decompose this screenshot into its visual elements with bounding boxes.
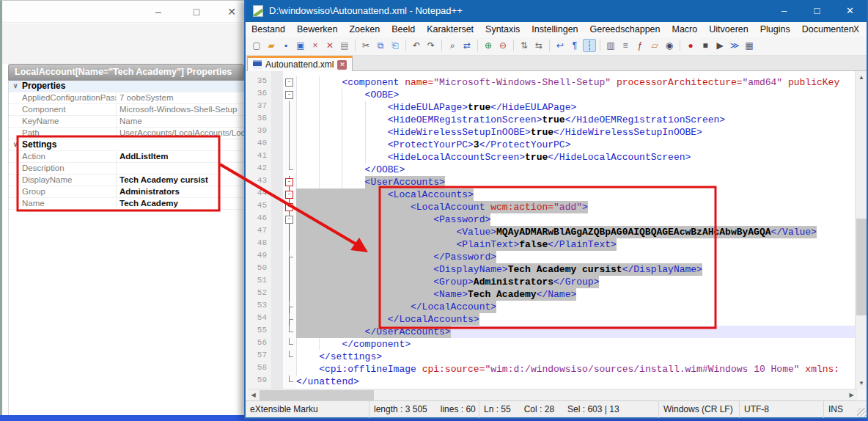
wsim-minimize-button[interactable]: – bbox=[147, 3, 169, 21]
code-line-41[interactable]: <HideLocalAccountScreen>true</HideLocalA… bbox=[296, 151, 856, 164]
code-editor[interactable]: 3536373839404142434445464748495051525354… bbox=[247, 71, 856, 389]
line-number-35[interactable]: 35 bbox=[247, 76, 271, 89]
line-number-58[interactable]: 58 bbox=[247, 363, 271, 376]
fold-cell-45[interactable]: - bbox=[283, 201, 296, 213]
code-line-56[interactable]: </component> bbox=[296, 338, 856, 351]
code-line-51[interactable]: <Group>Administrators</Group> bbox=[296, 276, 856, 288]
wsim-close-button[interactable]: ✕ bbox=[221, 3, 243, 21]
menu-item-macro[interactable]: Macro bbox=[666, 22, 703, 37]
code-line-59[interactable]: </unattend> bbox=[296, 376, 856, 388]
code-line-37[interactable]: <HideEULAPage>true</HideEULAPage> bbox=[296, 101, 856, 114]
menu-item-instellingen[interactable]: Instellingen bbox=[526, 22, 584, 37]
code-line-39[interactable]: <HideWirelessSetupInOOBE>true</HideWirel… bbox=[296, 126, 856, 139]
code-line-54[interactable]: </LocalAccounts> bbox=[296, 313, 856, 326]
function-list-icon[interactable]: ƒ bbox=[633, 39, 647, 52]
fold-collapse-icon[interactable]: - bbox=[285, 91, 293, 99]
save-all-icon[interactable]: ▣ bbox=[294, 39, 307, 52]
fold-cell-52[interactable] bbox=[283, 288, 296, 301]
status-eol-format[interactable]: Windows (CR LF) bbox=[659, 401, 740, 418]
word-wrap-icon[interactable]: ↩ bbox=[553, 39, 567, 52]
menu-item-gereedschappen[interactable]: Gereedschappen bbox=[584, 22, 666, 37]
property-row-path[interactable]: PathUserAccounts/LocalAccounts/Loca bbox=[9, 128, 244, 139]
horizontal-scroll-thumb[interactable] bbox=[260, 390, 374, 400]
copy-icon[interactable]: ⧉ bbox=[374, 39, 387, 52]
line-number-37[interactable]: 37 bbox=[247, 101, 271, 114]
line-number-38[interactable]: 38 bbox=[247, 114, 271, 126]
code-line-36[interactable]: <OOBE> bbox=[296, 89, 856, 101]
property-value[interactable]: Tech Academy cursist bbox=[116, 175, 244, 186]
fold-cell-44[interactable]: - bbox=[283, 188, 296, 201]
code-line-46[interactable]: <Password> bbox=[296, 213, 856, 226]
tab-autounattend[interactable]: Autounattend.xml ✕ bbox=[247, 56, 353, 71]
property-row-appliedconfigurationpass[interactable]: AppliedConfigurationPass7 oobeSystem bbox=[9, 92, 244, 104]
menu-item-documenten[interactable]: Documenten bbox=[796, 22, 860, 37]
property-row-description[interactable]: Description bbox=[9, 163, 244, 175]
code-line-49[interactable]: </Password> bbox=[296, 251, 856, 263]
line-number-50[interactable]: 50 bbox=[247, 263, 271, 276]
sync-horizontal-icon[interactable]: ⇆ bbox=[532, 39, 545, 52]
property-value[interactable]: Name bbox=[116, 116, 244, 127]
menu-item-beeld[interactable]: Beeld bbox=[386, 22, 421, 37]
menu-item-bestand[interactable]: Bestand bbox=[246, 22, 291, 37]
line-number-52[interactable]: 52 bbox=[247, 288, 271, 301]
property-value[interactable]: Microsoft-Windows-Shell-Setup bbox=[116, 104, 244, 115]
macro-stop-icon[interactable]: ■ bbox=[699, 39, 712, 52]
line-number-47[interactable]: 47 bbox=[247, 226, 271, 238]
fold-collapse-icon[interactable]: - bbox=[285, 203, 293, 211]
code-line-44[interactable]: <LocalAccounts> bbox=[296, 188, 856, 201]
menubar-close-document-icon[interactable]: X bbox=[853, 22, 859, 37]
menu-item-syntaxis[interactable]: Syntaxis bbox=[479, 22, 526, 37]
line-number-54[interactable]: 54 bbox=[247, 313, 271, 326]
fold-cell-47[interactable] bbox=[283, 226, 296, 238]
code-line-38[interactable]: <HideOEMRegistrationScreen>true</HideOEM… bbox=[296, 114, 856, 126]
replace-icon[interactable]: ⇄ bbox=[460, 39, 474, 52]
line-number-36[interactable]: 36 bbox=[247, 89, 271, 101]
fold-cell-51[interactable] bbox=[283, 276, 296, 288]
folder-workspace-icon[interactable]: ▱ bbox=[648, 39, 661, 52]
fold-cell-38[interactable] bbox=[283, 114, 296, 126]
fold-cell-40[interactable] bbox=[283, 139, 296, 151]
property-value[interactable]: 7 oobeSystem bbox=[116, 92, 244, 103]
scroll-down-icon[interactable]: ▼ bbox=[856, 377, 867, 389]
code-line-40[interactable]: <ProtectYourPC>3</ProtectYourPC> bbox=[296, 139, 856, 151]
fold-cell-42[interactable] bbox=[283, 164, 296, 176]
status-encoding[interactable]: UTF-8 bbox=[740, 401, 824, 418]
chevron-down-icon[interactable]: ∨ bbox=[9, 139, 22, 150]
scroll-left-icon[interactable]: ◀ bbox=[247, 389, 260, 401]
menu-item-uitvoeren[interactable]: Uitvoeren bbox=[703, 22, 754, 37]
code-line-52[interactable]: <Name>Tech Academy</Name> bbox=[296, 288, 856, 301]
bookmark-margin[interactable] bbox=[271, 71, 283, 389]
code-line-47[interactable]: <Value>MQAyADMARwBlAGgAZQBpAG0AIQBQAGEAc… bbox=[296, 226, 856, 238]
fold-cell-36[interactable]: - bbox=[283, 89, 296, 101]
code-line-50[interactable]: <DisplayName>Tech Academy cursist</Displ… bbox=[296, 263, 856, 276]
section-header-properties[interactable]: ∨Properties bbox=[9, 81, 244, 92]
fold-margin[interactable]: ------ bbox=[283, 71, 296, 389]
fold-cell-41[interactable] bbox=[283, 151, 296, 164]
property-row-component[interactable]: ComponentMicrosoft-Windows-Shell-Setup bbox=[9, 104, 244, 116]
print-icon[interactable]: ▤ bbox=[338, 39, 351, 52]
scroll-right-icon[interactable]: ▶ bbox=[845, 389, 858, 401]
line-number-53[interactable]: 53 bbox=[247, 301, 271, 313]
code-line-42[interactable]: </OOBE> bbox=[296, 164, 856, 176]
line-number-46[interactable]: 46 bbox=[247, 213, 271, 226]
menu-item-karakterset[interactable]: Karakterset bbox=[421, 22, 479, 37]
menu-item-zoeken[interactable]: Zoeken bbox=[343, 22, 386, 37]
undo-icon[interactable]: ↶ bbox=[410, 39, 423, 52]
code-line-58[interactable]: <cpi:offlineImage cpi:source="wim:d:/win… bbox=[296, 363, 856, 376]
close-button[interactable]: ✕ bbox=[834, 0, 867, 22]
property-value[interactable]: Tech Academy bbox=[116, 198, 244, 209]
fold-collapse-icon[interactable]: - bbox=[285, 216, 293, 224]
document-map-icon[interactable]: ▥ bbox=[604, 39, 617, 52]
fold-cell-54[interactable] bbox=[283, 313, 296, 326]
macro-run-multiple-icon[interactable]: ≫ bbox=[728, 39, 741, 52]
code-line-57[interactable]: </settings> bbox=[296, 351, 856, 363]
close-all-icon[interactable]: ✕ bbox=[323, 39, 336, 52]
menu-item-plugins[interactable]: Plugins bbox=[754, 22, 796, 37]
line-number-margin[interactable]: 3536373839404142434445464748495051525354… bbox=[247, 71, 271, 389]
property-row-displayname[interactable]: DisplayNameTech Academy cursist bbox=[9, 175, 244, 186]
minimize-button[interactable]: – bbox=[768, 0, 801, 22]
zoom-out-icon[interactable]: ⊖ bbox=[496, 39, 510, 52]
property-row-action[interactable]: ActionAddListItem bbox=[9, 151, 244, 163]
redo-icon[interactable]: ↷ bbox=[424, 39, 438, 52]
property-value[interactable] bbox=[116, 163, 244, 174]
